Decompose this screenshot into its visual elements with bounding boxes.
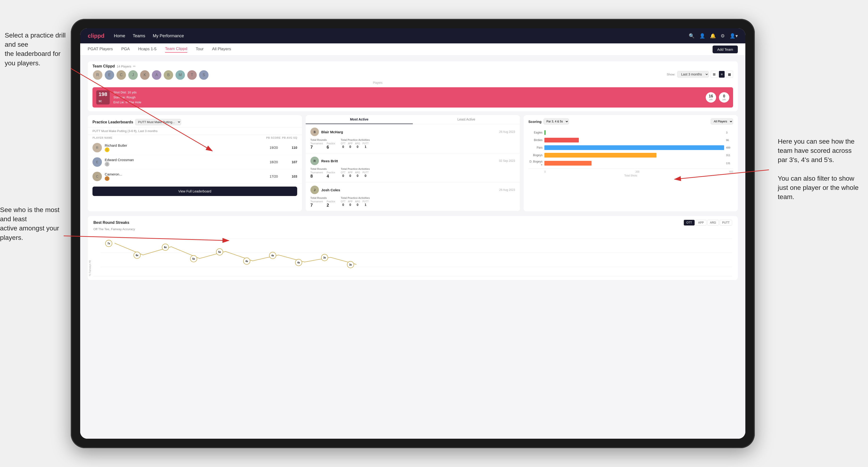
chart-label-birdies: Birdies [528, 138, 542, 142]
chart-bar-bogeys [545, 153, 656, 158]
streak-dot-0: 7x [105, 240, 112, 247]
annotation-right: Here you can see how theteam have scored… [778, 137, 859, 201]
streaks-subtitle: Off The Tee, Fairway Accuracy [93, 227, 732, 231]
avatar-3: J [128, 70, 138, 80]
bell-icon[interactable]: 🔔 [710, 33, 716, 39]
player-name-0: Blair McHarg [321, 130, 497, 134]
leaderboard-panel: Practice Leaderboards PUTT Must Make Put… [88, 115, 302, 211]
show-label: Show: [667, 73, 675, 76]
sub-nav-pgat[interactable]: PGAT Players [88, 47, 113, 52]
annotation-left-bottom: See who is the most and leastactive amon… [0, 205, 66, 242]
player-card-header-2: J Josh Coles 26 Aug 2023 [310, 186, 515, 194]
sub-nav-team[interactable]: Team Clippd [165, 46, 187, 53]
chart-bar-area-pars [545, 145, 724, 151]
leaderboard-title: Practice Leaderboards [92, 120, 133, 124]
nav-item-performance[interactable]: My Performance [153, 33, 184, 38]
col-name: PLAYER NAME [92, 136, 264, 139]
streaks-tab-putt[interactable]: PUTT [720, 220, 732, 225]
add-team-button[interactable]: Add Team [713, 45, 738, 53]
streak-dot-5: 4x [243, 257, 250, 264]
avatar-2: C [116, 70, 126, 80]
lb-score-1: 18/20 [261, 160, 278, 164]
chart-bar-area-dbogeys [545, 160, 724, 166]
col-avg: PB AVG SQ [281, 136, 297, 139]
streaks-line-svg [100, 234, 732, 276]
drill-select[interactable]: PUTT Must Make Putting... [135, 119, 181, 125]
streak-dot-8: 3x [321, 254, 328, 261]
score-info: Shot Dist: 16 yds Start Lie: Rough End L… [114, 90, 141, 105]
streaks-tab-app[interactable]: APP [695, 220, 706, 225]
chart-label-pars: Pars [528, 146, 542, 149]
sub-nav-tour[interactable]: Tour [196, 47, 204, 52]
avatar-icon[interactable]: 👤▾ [730, 33, 738, 39]
card-view-btn[interactable]: ▦ [726, 71, 733, 78]
lb-score-2: 17/20 [261, 175, 278, 178]
sub-nav: PGAT Players PGA Hcaps 1-5 Team Clippd T… [80, 43, 745, 56]
player-date-1: 02 Sep 2023 [499, 159, 515, 162]
players-label: Players [92, 81, 663, 85]
edit-team-icon[interactable]: ✏ [133, 64, 136, 68]
streaks-tab-arg[interactable]: ARG [707, 220, 719, 225]
avatar-1: E [104, 70, 115, 80]
streak-dot-2: 6x [162, 244, 169, 251]
player-card-0: B Blair McHarg 26 Aug 2023 Total Rounds … [306, 124, 520, 153]
player-name-2: Josh Coles [321, 188, 497, 192]
show-period-select[interactable]: Last 3 months Last 6 months Last year [677, 71, 709, 77]
lb-cols: PLAYER NAME PB SCORE PB AVG SQ [88, 135, 302, 141]
score-badge: 198 SC [96, 90, 110, 104]
streaks-title: Best Round Streaks [93, 220, 684, 225]
streak-dot-1: 6x [133, 252, 141, 259]
score-card: 198 SC Shot Dist: 16 yds Start Lie: Roug… [92, 87, 733, 107]
nav-icons: 🔍 👤 🔔 ⚙ 👤▾ [689, 33, 738, 39]
lb-player-name-2: Cameron... [105, 172, 258, 176]
tab-least-active[interactable]: Least Active [413, 115, 520, 124]
settings-icon[interactable]: ⚙ [720, 33, 725, 39]
avatar-9: S [198, 70, 209, 80]
scoring-filter-select[interactable]: Par 3, 4 & 5s Par 3s only Par 4s only Pa… [544, 118, 569, 125]
annotation-left-top: Select a practice drill and seethe leade… [5, 31, 71, 68]
ipad-screen: clippd Home Teams My Performance 🔍 👤 🔔 ⚙… [80, 28, 745, 439]
team-name: Team Clippd [92, 64, 115, 68]
search-icon[interactable]: 🔍 [689, 33, 695, 39]
chart-label-dbogeys: D. Bogeys + [528, 160, 542, 166]
lb-badge-2: 3 [105, 176, 110, 181]
streaks-header: Best Round Streaks OTT APP ARG PUTT [93, 220, 732, 225]
streaks-tab-ott[interactable]: OTT [684, 220, 695, 225]
lb-row-1: E Edward Crossman 2 18/20 107 [88, 155, 302, 169]
sub-nav-all[interactable]: All Players [212, 47, 231, 52]
player-filter-select[interactable]: All Players [711, 118, 733, 125]
avatar-7: M [175, 70, 185, 80]
chart-row-eagles: Eagles 3 [528, 130, 733, 135]
lb-row-0: R Richard Butler 1 19/20 110 [88, 141, 302, 155]
lb-row-2: C Cameron... 3 17/20 103 [88, 169, 302, 184]
player-avatar-2: J [310, 186, 319, 194]
scoring-panel: Scoring Par 3, 4 & 5s Par 3s only Par 4s… [524, 115, 738, 211]
chart-val-eagles: 3 [726, 131, 733, 134]
nav-item-home[interactable]: Home [114, 33, 125, 38]
view-full-button[interactable]: View Full Leaderboard [92, 187, 297, 196]
score-circles: 16 yds 0 yds [706, 92, 729, 102]
streaks-panel: Best Round Streaks OTT APP ARG PUTT Off … [88, 216, 738, 280]
lb-avg-2: 103 [281, 175, 297, 178]
sub-nav-pga[interactable]: PGA [121, 47, 130, 52]
player-avatar-1: R [310, 157, 319, 165]
player-card-header-0: B Blair McHarg 26 Aug 2023 [310, 128, 515, 136]
lb-avatar-0: R [92, 143, 102, 152]
tab-most-active[interactable]: Most Active [306, 115, 413, 124]
grid-view-btn[interactable]: ⊞ [711, 71, 718, 78]
lb-badge-1: 2 [105, 162, 110, 166]
lb-player-name-0: Richard Butler [105, 144, 258, 148]
avatar-0: R [92, 70, 103, 80]
list-view-btn[interactable]: ≡ [719, 71, 725, 78]
streak-dot-6: 4x [269, 252, 276, 259]
person-icon[interactable]: 👤 [700, 33, 705, 39]
streak-dot-7: 4x [295, 259, 302, 266]
avatar-5: A [151, 70, 162, 80]
lb-name-area-1: Edward Crossman 2 [105, 158, 258, 167]
player-date-2: 26 Aug 2023 [499, 188, 515, 191]
lb-name-area-2: Cameron... 3 [105, 172, 258, 181]
nav-item-teams[interactable]: Teams [133, 33, 145, 38]
score-circle-1: 16 yds [706, 92, 716, 102]
sub-nav-hcaps[interactable]: Hcaps 1-5 [138, 47, 156, 52]
leaderboard-sub: PUTT Must Make Putting (3-6 ft), Last 3 … [88, 127, 302, 135]
